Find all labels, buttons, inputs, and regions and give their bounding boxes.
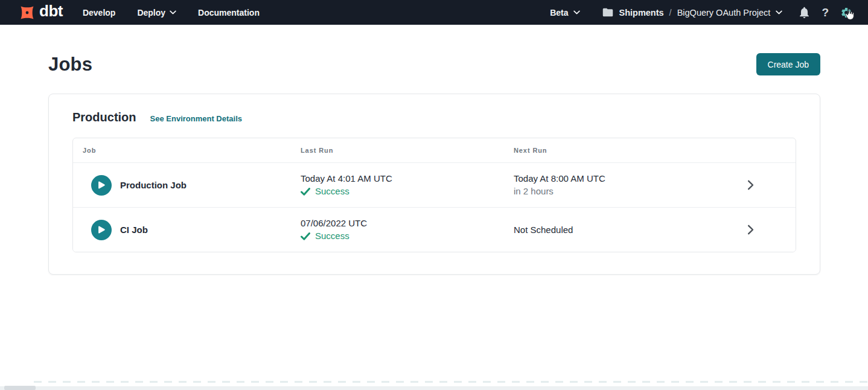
job-cell: Production Job bbox=[73, 175, 301, 196]
beta-dropdown[interactable]: Beta bbox=[550, 8, 580, 18]
bottom-dashed-divider bbox=[34, 381, 868, 383]
run-job-button[interactable] bbox=[91, 175, 112, 196]
nav-item-develop[interactable]: Develop bbox=[83, 8, 115, 18]
settings-button[interactable] bbox=[840, 7, 852, 19]
status-label: Success bbox=[315, 230, 349, 242]
play-icon bbox=[97, 225, 106, 234]
last-run-time: 07/06/2022 UTC bbox=[301, 217, 514, 229]
play-icon bbox=[97, 181, 106, 190]
job-cell: CI Job bbox=[73, 220, 301, 240]
jobs-table: Job Last Run Next Run Production Job Tod… bbox=[72, 138, 796, 252]
next-run-note: in 2 hours bbox=[514, 185, 705, 197]
column-header-job: Job bbox=[73, 147, 301, 154]
last-run-status: Success bbox=[301, 185, 514, 197]
chevron-down-icon bbox=[573, 10, 580, 14]
help-button[interactable]: ? bbox=[822, 6, 829, 19]
top-navigation: dbt Develop Deploy Documentation Beta Sh… bbox=[0, 0, 868, 25]
nav-icon-group: ? bbox=[799, 6, 852, 19]
page-title: Jobs bbox=[48, 54, 92, 75]
dbt-logo[interactable]: dbt bbox=[17, 2, 63, 23]
environment-header: Production See Environment Details bbox=[72, 110, 796, 124]
main-content: Jobs Create Job Production See Environme… bbox=[0, 25, 868, 275]
project-dropdown-chevron-icon[interactable] bbox=[776, 10, 782, 14]
status-label: Success bbox=[315, 185, 349, 197]
check-icon bbox=[301, 188, 310, 196]
notifications-button[interactable] bbox=[799, 6, 810, 19]
chevron-down-icon bbox=[170, 10, 176, 14]
column-header-next-run: Next Run bbox=[514, 147, 705, 154]
create-job-button[interactable]: Create Job bbox=[756, 53, 820, 75]
nav-item-documentation[interactable]: Documentation bbox=[198, 8, 260, 18]
gear-icon bbox=[840, 7, 852, 19]
account-name[interactable]: Shipments bbox=[619, 8, 663, 18]
nav-right-group: Beta Shipments / BigQuery OAuth Project … bbox=[550, 6, 852, 19]
environment-card: Production See Environment Details Job L… bbox=[48, 94, 820, 275]
folder-icon bbox=[602, 8, 613, 17]
last-run-cell: Today At 4:01 AM UTC Success bbox=[301, 173, 514, 197]
dbt-logo-text: dbt bbox=[39, 2, 63, 21]
row-actions-cell bbox=[705, 225, 796, 235]
beta-label: Beta bbox=[550, 8, 568, 18]
table-row[interactable]: Production Job Today At 4:01 AM UTC Succ… bbox=[73, 162, 796, 207]
next-run-cell: Not Scheduled bbox=[514, 224, 705, 236]
column-header-last-run: Last Run bbox=[301, 147, 514, 154]
table-header-row: Job Last Run Next Run bbox=[73, 138, 796, 162]
next-run-time: Today At 8:00 AM UTC bbox=[514, 173, 705, 185]
check-icon bbox=[301, 232, 310, 240]
chevron-right-icon[interactable] bbox=[747, 225, 754, 235]
last-run-cell: 07/06/2022 UTC Success bbox=[301, 217, 514, 242]
nav-item-deploy[interactable]: Deploy bbox=[137, 8, 176, 18]
bottom-edge-strip bbox=[0, 386, 868, 390]
next-run-time: Not Scheduled bbox=[514, 224, 705, 236]
table-row[interactable]: CI Job 07/06/2022 UTC Success Not Schedu… bbox=[73, 207, 796, 252]
nav-item-deploy-label: Deploy bbox=[137, 8, 165, 18]
question-mark-icon: ? bbox=[822, 6, 829, 19]
environment-details-link[interactable]: See Environment Details bbox=[150, 114, 242, 123]
nav-item-documentation-label: Documentation bbox=[198, 8, 260, 18]
project-name[interactable]: BigQuery OAuth Project bbox=[677, 8, 771, 18]
project-breadcrumb: Shipments / BigQuery OAuth Project bbox=[602, 8, 782, 18]
breadcrumb-separator: / bbox=[669, 8, 672, 18]
nav-item-develop-label: Develop bbox=[83, 8, 115, 18]
job-name: Production Job bbox=[120, 180, 187, 190]
last-run-status: Success bbox=[301, 230, 514, 242]
run-job-button[interactable] bbox=[91, 220, 112, 240]
row-actions-cell bbox=[705, 180, 796, 190]
main-menu: Develop Deploy Documentation bbox=[83, 8, 260, 18]
chevron-right-icon[interactable] bbox=[747, 180, 754, 190]
horizontal-scrollbar-thumb[interactable] bbox=[4, 386, 36, 390]
title-row: Jobs Create Job bbox=[48, 53, 820, 75]
job-name: CI Job bbox=[120, 225, 148, 235]
bell-icon bbox=[799, 6, 810, 19]
next-run-cell: Today At 8:00 AM UTC in 2 hours bbox=[514, 173, 705, 197]
environment-title: Production bbox=[72, 110, 136, 124]
last-run-time: Today At 4:01 AM UTC bbox=[301, 173, 514, 185]
dbt-logo-icon bbox=[17, 2, 37, 23]
